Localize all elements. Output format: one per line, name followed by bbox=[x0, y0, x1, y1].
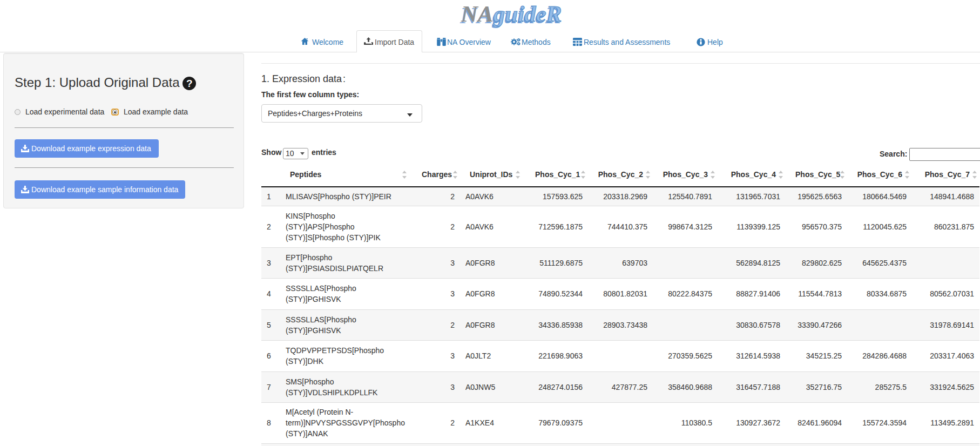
svg-text:?: ? bbox=[186, 78, 193, 89]
